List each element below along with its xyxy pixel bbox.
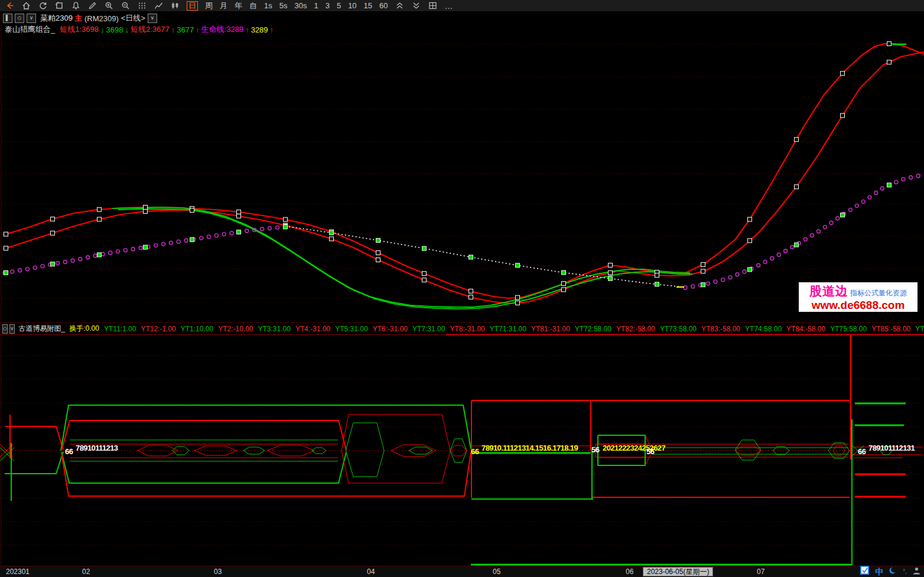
axis-label: 06 [626, 568, 633, 576]
svg-text:56: 56 [646, 447, 655, 456]
period-15m-button[interactable]: 15 [364, 1, 372, 10]
bell-icon[interactable] [71, 1, 80, 10]
collapse-down-icon[interactable] [412, 1, 421, 10]
line-chart-icon[interactable] [154, 1, 163, 10]
more-menu-button[interactable]: … [445, 1, 454, 11]
pane-split-button[interactable]: ▌ [3, 14, 12, 23]
indicator2-value: YT2:-10.00 [218, 325, 253, 333]
indicator2-value: YT7:31.00 [412, 325, 445, 333]
app-window: 日 周 月 年 自 1s 5s 30s 1 3 5 10 15 60 … 667… [0, 0, 924, 577]
period-day-button[interactable]: 日 [187, 1, 198, 11]
period-30s-button[interactable]: 30s [294, 1, 307, 10]
indicator2-value: YT4:-31.00 [295, 325, 330, 333]
indicator2-value: 换手:0.00 [69, 324, 99, 334]
pane-swap-button[interactable]: ◇ [15, 14, 24, 23]
indicator2-value: YT8:-31.00 [450, 325, 484, 333]
main-contract-flag: 主 [75, 14, 82, 24]
indicator1-value: ↑ [270, 25, 274, 34]
indicator2-value: YT1:10.00 [181, 325, 213, 333]
indicator2-value: YT73:58.00 [660, 325, 697, 333]
period-month-button[interactable]: 月 [220, 1, 227, 10]
indicator1-value: 短线1:3698 [60, 24, 99, 35]
pane2-dropdown-button[interactable]: ∨ [9, 324, 15, 334]
chart-area[interactable]: 66789101112136678910.11121314.1516.1718.… [0, 0, 924, 577]
pane2-swap-button[interactable]: ◇ [2, 324, 8, 334]
axis-label: 04 [367, 568, 375, 576]
night-mode-icon[interactable] [889, 566, 897, 577]
indicator1-value: 3698 [106, 25, 123, 34]
period-10m-button[interactable]: 10 [348, 1, 356, 10]
home-icon[interactable] [21, 1, 31, 10]
crosshair-date-box: 2023-06-05(星期一) [643, 567, 713, 576]
indicator1-value: ↓ [125, 25, 129, 34]
indicator2-value: YT11:1.00 [104, 325, 136, 333]
svg-text:66: 66 [471, 447, 479, 456]
indicator1-value: ↓ [100, 25, 105, 34]
period-label: <日线> [121, 13, 145, 24]
period-year-button[interactable]: 年 [235, 1, 242, 10]
degree-marks: °, [903, 567, 907, 576]
indicator1-row: 泰山猎鹰组合_ 短线1:3698↓3698↓短线2:3677↑3677↑生命线:… [5, 24, 275, 35]
period-5s-button[interactable]: 5s [279, 1, 288, 10]
collapse-up-icon[interactable] [395, 1, 405, 10]
indicator2-value: YT72:58.00 [575, 325, 611, 333]
axis-label: 03 [214, 568, 222, 576]
indicator-dropdown-button[interactable]: ∨ [148, 14, 157, 23]
watermark-tagline: 指标公式量化资源 [850, 288, 907, 298]
kline-chart-icon[interactable] [170, 1, 180, 10]
time-axis-bar: 202301020304050607 2023-06-05(星期一) 中 °, [0, 566, 924, 577]
indicator2-value: YT12:-1.00 [141, 325, 175, 333]
period-week-button[interactable]: 周 [205, 1, 213, 10]
panels-icon[interactable] [428, 1, 438, 10]
toolbar: 日 周 月 年 自 1s 5s 30s 1 3 5 10 15 60 … [0, 0, 924, 11]
indicator2-value: YT82:-58.00 [616, 325, 655, 333]
indicator1-name[interactable]: 泰山猎鹰组合_ [5, 24, 55, 35]
refresh-icon[interactable] [38, 1, 47, 10]
indicator1-value: 3677 [177, 25, 194, 34]
instrument-name[interactable]: 菜粕2309 [40, 13, 73, 24]
indicator2-name[interactable]: 古道博易附图_ [19, 324, 66, 334]
watermark-url: www.de6688.com [801, 299, 915, 311]
axis-label: 202301 [6, 568, 30, 576]
indicator2-value: YT83:-58.00 [701, 325, 740, 333]
period-5m-button[interactable]: 5 [337, 1, 341, 10]
watermark-brand: 股道边 [809, 283, 848, 299]
svg-text:66: 66 [858, 447, 866, 456]
user-icon[interactable] [912, 566, 921, 577]
svg-text:78910.11121314.1516.1718.19: 78910.11121314.1516.1718.19 [481, 444, 578, 452]
zoom-out-icon[interactable] [121, 1, 130, 10]
statusbar-icons: 中 °, [860, 567, 921, 576]
instrument-title-row: ▌ ◇ ∨ 菜粕2309 主 (RM2309) <日线> ∨ [3, 13, 157, 24]
screenshot-icon[interactable] [54, 1, 64, 10]
axis-label: 02 [82, 568, 90, 576]
blue-checkbox-icon[interactable] [860, 566, 870, 577]
axis-label: 05 [493, 568, 500, 576]
indicator1-value: ↑ [245, 25, 249, 34]
pane-dropdown-button[interactable]: ∨ [27, 14, 36, 23]
indicator1-value: 3289 [251, 25, 268, 34]
indicator1-value: ↑ [171, 25, 175, 34]
indicator2-value: YT76:58.00 [915, 325, 924, 333]
chinese-input-icon[interactable]: 中 [875, 567, 883, 576]
pencil-icon[interactable] [87, 1, 97, 10]
indicator2-value: YT84:-58.00 [786, 325, 825, 333]
svg-text:56: 56 [591, 445, 600, 454]
period-1m-button[interactable]: 1 [314, 1, 318, 10]
period-3m-button[interactable]: 3 [326, 1, 330, 10]
indicator2-value: YT75:58.00 [830, 325, 867, 333]
svg-text:2021222324252627: 2021222324252627 [603, 444, 665, 452]
axis-label: 07 [757, 568, 764, 576]
period-60m-button[interactable]: 60 [379, 1, 388, 10]
period-custom-button[interactable]: 自 [249, 1, 257, 10]
period-1s-button[interactable]: 1s [264, 1, 272, 10]
indicator2-row: ◇ ∨ 古道博易附图_ 换手:0.00YT11:1.00YT12:-1.00YT… [0, 324, 924, 334]
columns-icon[interactable] [137, 1, 147, 10]
svg-text:66: 66 [65, 447, 73, 456]
instrument-code: (RM2309) [84, 14, 119, 23]
indicator1-value: 生命线:3289 [201, 24, 244, 35]
indicator1-value: 短线2:3677 [131, 24, 170, 35]
indicator2-value: YT71:31.00 [490, 325, 526, 333]
zoom-in-icon[interactable] [104, 1, 113, 10]
back-icon[interactable] [5, 1, 14, 10]
indicator1-value: ↑ [196, 25, 200, 34]
